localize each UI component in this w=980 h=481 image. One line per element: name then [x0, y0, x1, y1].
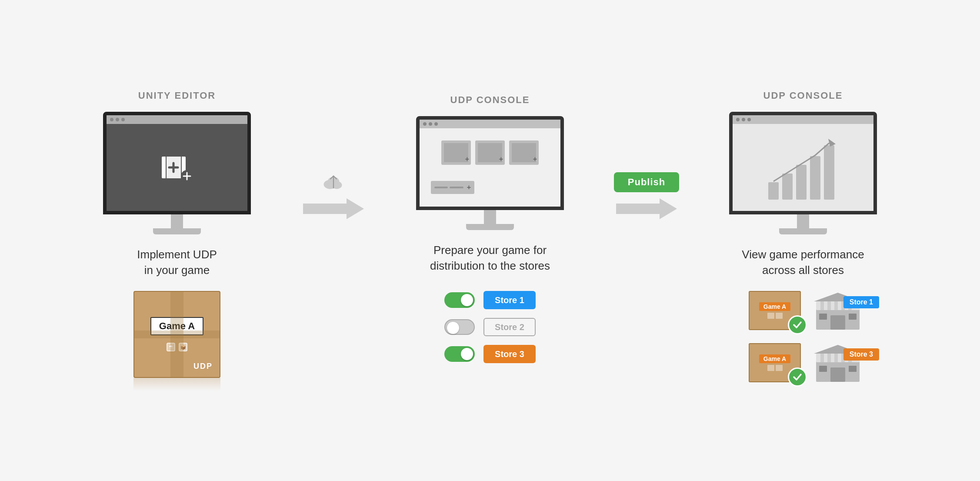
img-placeholder-2: +: [475, 140, 505, 165]
arrow-cloud-group: [303, 173, 364, 222]
unity-editor-monitor: [103, 112, 251, 234]
monitor-stand-3: [729, 214, 877, 234]
unity-icon: [107, 124, 247, 211]
publish-button[interactable]: Publish: [614, 172, 679, 192]
cloud-upload-icon: [320, 173, 347, 192]
monitor-stand-2: [416, 210, 564, 230]
arrow-2: [616, 196, 677, 222]
monitor-stand-1: [103, 214, 251, 234]
udp-console-1-label: UDP CONSOLE: [450, 94, 530, 106]
udp-console-2-label: UDP CONSOLE: [763, 90, 843, 101]
toggle-1-knob: [461, 294, 473, 306]
building-wrapper-1: Store 1: [814, 293, 857, 328]
svg-rect-1: [162, 157, 166, 178]
udp-console-2-desc: View game performance across all stores: [742, 247, 864, 278]
package-box: Game A ☂ 📦 UDP: [133, 291, 220, 378]
svg-rect-24: [782, 174, 793, 200]
unity-editor-section: UNITY EDITOR: [55, 90, 299, 278]
svg-rect-37: [820, 301, 824, 310]
store-3-toggle[interactable]: [444, 346, 475, 362]
svg-point-22: [527, 146, 532, 151]
store-1-result-badge: Store 1: [843, 296, 879, 308]
svg-rect-56: [819, 366, 827, 372]
udp-console-1-content: + +: [420, 128, 560, 207]
package-udp-label: UDP: [193, 362, 213, 371]
udp-console-2-section: UDP CONSOLE: [681, 90, 925, 278]
mini-package-2-label: Game A: [759, 354, 790, 363]
udp-console-1-section: UDP CONSOLE: [368, 94, 612, 274]
bottom-row: Game A ☂ 📦 UDP: [33, 287, 947, 391]
udp-console-1-monitor: + +: [416, 116, 564, 230]
svg-rect-25: [796, 165, 807, 200]
svg-rect-46: [767, 365, 774, 371]
svg-rect-43: [819, 314, 827, 320]
top-row: UNITY EDITOR: [33, 90, 947, 278]
svg-rect-33: [767, 313, 774, 319]
svg-point-16: [459, 146, 464, 151]
svg-rect-44: [849, 314, 857, 320]
store-3-badge: Store 3: [483, 345, 536, 363]
svg-rect-55: [830, 367, 845, 382]
img-placeholder-1: +: [441, 140, 471, 165]
store-2-badge: Store 2: [483, 318, 536, 336]
svg-rect-14: [445, 143, 467, 162]
img-plus-3: +: [533, 155, 537, 163]
store-3-result-badge: Store 3: [843, 348, 879, 361]
mini-package-1-label: Game A: [759, 302, 790, 311]
svg-rect-17: [479, 143, 501, 162]
store-toggles: Store 1 Store 2 Store 3: [444, 291, 536, 363]
arrow-1-container: [299, 147, 368, 222]
store-1-badge: Store 1: [483, 291, 536, 309]
svg-rect-23: [768, 182, 779, 200]
svg-rect-52: [834, 353, 838, 362]
package-reflection: [133, 378, 220, 391]
building-wrapper-2: Store 3: [814, 345, 857, 381]
svg-point-19: [493, 146, 498, 151]
svg-rect-42: [830, 315, 845, 330]
svg-rect-38: [827, 301, 831, 310]
arrow-2-container: Publish: [612, 146, 681, 222]
store-result-1: Game A: [749, 291, 857, 330]
check-1: [788, 315, 807, 334]
main-container: UNITY EDITOR: [33, 90, 947, 391]
store-result-2: Game A: [749, 343, 857, 382]
store-toggles-section: Store 1 Store 2 Store 3: [368, 287, 612, 363]
stores-result: Game A: [749, 291, 857, 382]
store-building-1: Store 1: [814, 293, 857, 328]
store-building-2: Store 3: [814, 345, 857, 381]
svg-rect-26: [810, 156, 820, 200]
svg-rect-20: [513, 143, 535, 162]
store-2-row: Store 2: [444, 318, 536, 336]
package-wrapper: Game A ☂ 📦 UDP: [133, 291, 220, 391]
toggle-3-knob: [461, 348, 473, 360]
list-placeholder: +: [431, 181, 474, 194]
img-plus-1: +: [465, 155, 469, 163]
unity-editor-desc: Implement UDP in your game: [137, 247, 217, 278]
svg-rect-51: [827, 353, 831, 362]
svg-rect-27: [824, 145, 834, 200]
arrow-1: [303, 196, 364, 222]
store-2-toggle[interactable]: [444, 319, 475, 335]
svg-rect-47: [776, 365, 783, 371]
store-results-section: Game A: [681, 287, 925, 382]
toggle-2-knob: [447, 322, 459, 334]
package-tape-h: [134, 331, 220, 338]
udp-console-1-desc: Prepare your game for distribution to th…: [430, 242, 550, 274]
svg-marker-21: [516, 150, 533, 158]
svg-rect-34: [776, 313, 783, 319]
svg-marker-15: [448, 150, 465, 158]
img-placeholder-3: +: [509, 140, 539, 165]
performance-chart: [733, 124, 873, 211]
img-plus-2: +: [499, 155, 503, 163]
svg-rect-50: [820, 353, 824, 362]
publish-group: Publish: [614, 172, 679, 222]
mini-package-1-icons: [767, 313, 783, 319]
unity-editor-label: UNITY EDITOR: [138, 90, 216, 101]
udp-console-2-monitor: [729, 112, 877, 234]
store-1-toggle[interactable]: [444, 292, 475, 308]
mini-package-2-icons: [767, 365, 783, 371]
svg-rect-57: [849, 366, 857, 372]
check-2: [788, 367, 807, 387]
svg-marker-18: [482, 150, 499, 158]
package-section: Game A ☂ 📦 UDP: [55, 287, 299, 391]
